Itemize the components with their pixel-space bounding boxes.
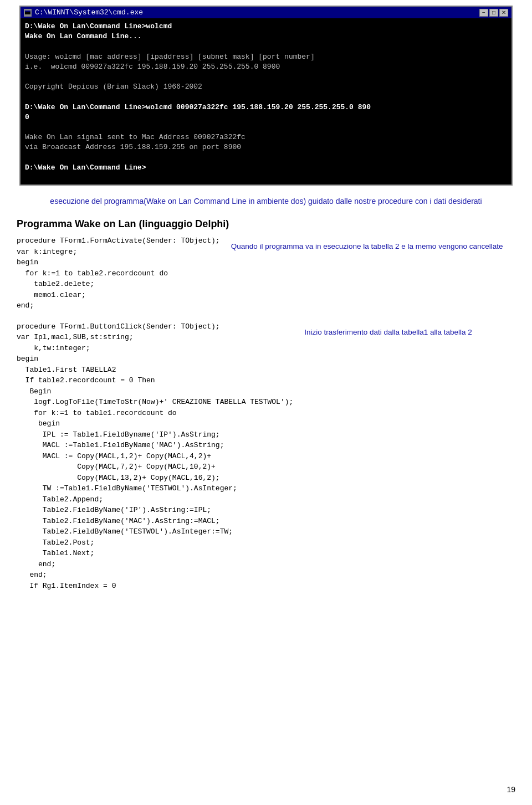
section-title: Programma Wake on Lan (linguaggio Delphi… — [17, 218, 515, 230]
code-text-1: procedure TForm1.FormActivate(Sender: TO… — [17, 235, 220, 311]
close-button[interactable]: ✕ — [499, 9, 508, 17]
cmd-line14: D:\Wake On Lan\Command Line> — [25, 163, 146, 172]
cmd-titlebar: C:\WINNT\System32\cmd.exe − □ ✕ — [21, 7, 511, 18]
cmd-line5: i.e. wolcmd 009027a322fc 195.188.159.20 … — [25, 63, 280, 71]
section2-block: procedure TForm1.Button1Click(Sender: TO… — [17, 321, 515, 592]
section1-block: procedure TForm1.FormActivate(Sender: TO… — [17, 235, 515, 311]
svg-rect-2 — [25, 11, 30, 12]
description-text: esecuzione del programma(Wake on Lan Com… — [11, 196, 521, 207]
cmd-output: D:\Wake On Lan\Command Line>wolcmd Wake … — [21, 18, 511, 184]
main-content: Programma Wake on Lan (linguaggio Delphi… — [0, 207, 532, 612]
cmd-title: C:\WINNT\System32\cmd.exe — [35, 8, 143, 17]
note-1: Quando il programma va in esecuzione la … — [231, 235, 515, 252]
code-text-2: procedure TForm1.Button1Click(Sender: TO… — [17, 321, 293, 592]
maximize-button[interactable]: □ — [489, 9, 498, 17]
page-number: 19 — [507, 785, 515, 794]
cmd-line12: via Broadcast Address 195.188.159.255 on… — [25, 143, 241, 151]
cmd-window: C:\WINNT\System32\cmd.exe − □ ✕ D:\Wake … — [19, 6, 513, 186]
cmd-line9: D:\Wake On Lan\Command Line>wolcmd 00902… — [25, 103, 371, 111]
cmd-line2: Wake On Lan Command Line... — [25, 32, 142, 40]
code-block-1: procedure TForm1.FormActivate(Sender: TO… — [17, 235, 220, 311]
cmd-line7: Copyright Depicus (Brian Slack) 1966-200… — [25, 83, 202, 91]
cmd-line1: D:\Wake On Lan\Command Line>wolcmd — [25, 22, 172, 30]
note-2-text: Inizio trasferimento dati dalla tabella1… — [304, 328, 472, 336]
cmd-icon — [24, 9, 32, 17]
cmd-controls: − □ ✕ — [479, 9, 508, 17]
minimize-button[interactable]: − — [479, 9, 488, 17]
description-content: esecuzione del programma(Wake on Lan Com… — [50, 197, 482, 206]
note-2: Inizio trasferimento dati dalla tabella1… — [304, 321, 515, 338]
cmd-line9b: 0 — [25, 113, 29, 121]
cmd-line11: Wake On Lan signal sent to Mac Address 0… — [25, 133, 245, 141]
code-block-2: procedure TForm1.Button1Click(Sender: TO… — [17, 321, 293, 592]
cmd-line4: Usage: wolcmd [mac address] [ipaddress] … — [25, 53, 315, 61]
cmd-titlebar-left: C:\WINNT\System32\cmd.exe — [24, 8, 143, 17]
